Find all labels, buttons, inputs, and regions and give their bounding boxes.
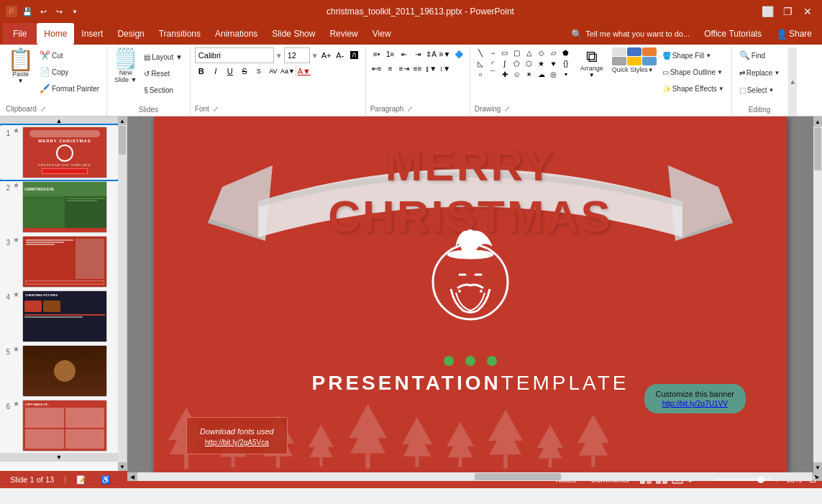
align-left-button[interactable]: ⇤≡ [370,62,383,75]
increase-indent-button[interactable]: ⇥ [411,47,424,60]
hscroll-thumb[interactable] [475,473,561,480]
menu-view[interactable]: View [365,23,398,45]
align-text-button[interactable]: ≡▼ [439,47,452,60]
parallelogram-shape[interactable]: ▱ [548,47,560,58]
canvas-scroll-down[interactable]: ▼ [813,462,822,472]
font-size-dropdown[interactable]: ▼ [311,52,319,60]
change-case-button[interactable]: Aa▼ [281,65,294,78]
slide-thumb-6[interactable]: 6 ★ I SPY IMAGE UP... [0,398,118,453]
layout-button[interactable]: ▤Layout ▼ [141,49,186,65]
ribbon-collapse-button[interactable]: ▲ [788,47,797,116]
chevron-shape[interactable]: ⬟ [560,47,572,58]
drawing-dialog-launcher[interactable]: ⤢ [502,104,512,114]
panel-scroll-up[interactable]: ▲ [118,116,127,125]
find-button[interactable]: 🔍Find [736,47,768,63]
strikethrough-button[interactable]: S [238,65,251,78]
shape-fill-button[interactable]: 🪣 Shape Fill ▼ [659,47,727,63]
paste-button[interactable]: 📋 Paste ▼ [6,47,35,86]
circle-shape[interactable]: ○ [475,69,486,79]
heart-shape[interactable]: ♥ [548,58,560,68]
scroll-up-arrow[interactable]: ▲ [0,116,118,125]
section-button[interactable]: §Section [141,82,186,98]
bullets-button[interactable]: ≡• [370,47,383,60]
column-button[interactable]: ⫿▼ [425,62,438,75]
menu-review[interactable]: Review [322,23,365,45]
redo-button[interactable]: ↪ [52,4,66,19]
increase-font-button[interactable]: A+ [320,49,333,62]
align-right-button[interactable]: ≡⇥ [398,62,411,75]
reset-button[interactable]: ↺Reset [141,65,186,81]
justify-button[interactable]: ≡≡ [411,62,424,75]
tell-me-input[interactable]: 🔍 Tell me what you want to do... [564,23,697,45]
menu-slideshow[interactable]: Slide Show [265,23,322,45]
slide-thumb-1[interactable]: 1 ★ MERRY CHRISTMAS PRESENTATION TEMPLAT… [0,125,118,180]
star-shape[interactable]: ★ [536,58,547,68]
rect-shape[interactable]: ▭ [499,47,511,58]
hscroll-left[interactable]: ◀ [127,472,137,481]
panel-scroll-down[interactable]: ▼ [118,462,127,471]
more-shapes[interactable]: ▾ [560,69,572,79]
text-direction-button[interactable]: ⇕A [425,47,438,60]
arc-shape[interactable]: ◜ [487,58,498,68]
sun-shape[interactable]: ☀ [524,69,535,79]
format-painter-button[interactable]: 🖌️Format Painter [37,81,102,96]
replace-button[interactable]: ⇄ Replace ▼ [736,65,783,81]
qs-cell-6[interactable] [642,57,657,65]
align-center-button[interactable]: ≡ [384,62,397,75]
pentagon-shape[interactable]: ⬠ [511,58,523,68]
undo-button[interactable]: ↩ [36,4,50,19]
menu-file[interactable]: File [3,23,37,45]
hexagon-shape[interactable]: ⬡ [524,58,535,68]
cut-button[interactable]: ✂️Cut [37,47,102,63]
clear-formatting-button[interactable]: 🅰 [348,49,361,62]
menu-home[interactable]: Home [37,23,74,45]
panel-scroll-thumb[interactable] [119,126,126,155]
clipboard-dialog-launcher[interactable]: ⤢ [38,104,48,114]
customize-quickaccess-button[interactable]: ▼ [68,4,82,19]
paragraph-dialog-launcher[interactable]: ⤢ [405,104,415,114]
slide-notes-icon[interactable]: 📝 [72,474,91,486]
office-tutorials-button[interactable]: Office Tutorials [697,23,769,45]
text-shadow-button[interactable]: S [252,65,265,78]
diamond-shape[interactable]: ◇ [536,47,547,58]
new-slide-button[interactable]: 🗒️ New Slide ▼ [111,47,140,85]
numbering-button[interactable]: 1≡ [384,47,397,60]
share-button[interactable]: 👤 Share [769,23,819,45]
line-spacing-button[interactable]: ↕▼ [439,62,452,75]
decrease-indent-button[interactable]: ⇤ [398,47,411,60]
customize-banner-link[interactable]: http://bit.ly/2q7U1VV [656,400,734,408]
font-family-input[interactable] [195,47,274,63]
smiley-shape[interactable]: ☺ [511,69,523,79]
donut-shape[interactable]: ◎ [548,69,560,79]
brace-shape[interactable]: ⌒ [487,69,498,79]
minimize-button[interactable]: ⬜ [759,3,776,20]
shape-outline-button[interactable]: ▭ Shape Outline ▼ [659,64,727,80]
menu-animations[interactable]: Animations [208,23,265,45]
accessibility-icon[interactable]: ♿ [96,474,115,486]
font-color-button[interactable]: A▼ [298,65,311,78]
copy-button[interactable]: 📄Copy [37,64,102,80]
select-button[interactable]: ⬚ Select ▼ [736,82,777,98]
underline-button[interactable]: U [224,65,237,78]
curve-shape[interactable]: ∫ [499,58,511,68]
triangle-shape[interactable]: △ [524,47,535,58]
canvas-scroll-up[interactable]: ▲ [813,116,822,127]
canvas-scroll-thumb[interactable] [814,127,821,170]
shape-effects-button[interactable]: ✨ Shape Effects ▼ [659,81,727,96]
line-shape[interactable]: ╲ [475,47,486,58]
customize-banner-bubble[interactable]: Customize this banner http://bit.ly/2q7U… [643,382,747,415]
menu-insert[interactable]: Insert [74,23,110,45]
callout-shape[interactable]: ◺ [475,58,486,68]
qs-cell-3[interactable] [642,47,657,56]
canvas-scroll-track[interactable] [813,127,822,462]
zoom-thumb[interactable] [757,476,764,483]
canvas-vscrollbar[interactable]: ▲ ▼ [813,116,822,472]
cloud-shape[interactable]: ☁ [536,69,547,79]
panel-scrollbar[interactable]: ▲ ▼ [118,116,127,471]
menu-transitions[interactable]: Transitions [152,23,208,45]
bold-button[interactable]: B [195,65,208,78]
bracket-shape[interactable]: {} [560,58,572,68]
cross-shape[interactable]: ✚ [499,69,511,79]
qs-cell-2[interactable] [627,47,641,56]
font-family-dropdown[interactable]: ▼ [275,52,283,60]
